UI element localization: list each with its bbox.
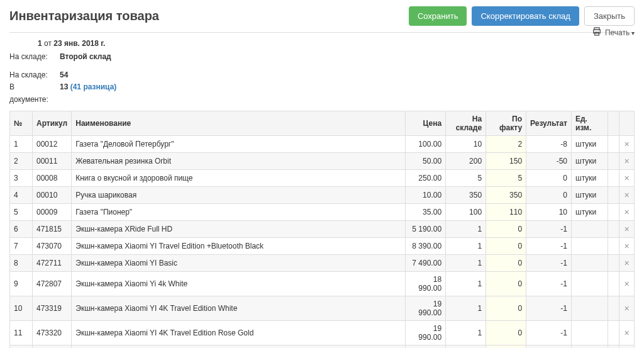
table-row[interactable]: 12472929Экшн-камера Xiaomi Yi 4k Rose Go… bbox=[10, 345, 635, 348]
doc-count: 13 bbox=[60, 82, 68, 91]
fact-cell[interactable]: 150 bbox=[486, 152, 526, 169]
table-row[interactable]: 7473070Экшн-камера Xiaomi YI Travel Edit… bbox=[10, 237, 635, 254]
delete-row-icon[interactable]: × bbox=[619, 203, 635, 220]
fact-cell[interactable]: 5 bbox=[486, 169, 526, 186]
fact-cell[interactable]: 0 bbox=[486, 220, 526, 237]
table-row[interactable]: 10473319Экшн-камера Xiaomi YI 4K Travel … bbox=[10, 296, 635, 320]
table-row[interactable]: 11473320Экшн-камера Xiaomi YI 4K Travel … bbox=[10, 320, 635, 345]
stock-count: 54 bbox=[60, 69, 68, 81]
delete-row-icon[interactable]: × bbox=[619, 152, 635, 169]
fact-cell[interactable]: 110 bbox=[486, 203, 526, 220]
table-row[interactable]: 100012Газета "Деловой Петербург"100.0010… bbox=[10, 135, 635, 152]
delete-row-icon[interactable]: × bbox=[619, 237, 635, 254]
fact-cell[interactable]: 0 bbox=[486, 271, 526, 296]
col-stock[interactable]: На складе bbox=[446, 111, 486, 135]
table-row[interactable]: 400010Ручка шариковая10.003503500штуки× bbox=[10, 186, 635, 203]
inventory-table: № Артикул Наименование Цена На складе По… bbox=[9, 111, 635, 348]
delete-row-icon[interactable]: × bbox=[619, 254, 635, 271]
delete-row-icon[interactable]: × bbox=[619, 186, 635, 203]
difference-link[interactable]: (41 разница) bbox=[70, 82, 117, 91]
fact-cell[interactable]: 0 bbox=[486, 296, 526, 320]
col-fact[interactable]: По факту bbox=[486, 111, 526, 135]
table-row[interactable]: 9472807Экшн-камера Xiaomi Yi 4k White18 … bbox=[10, 271, 635, 296]
fact-cell[interactable]: 350 bbox=[486, 186, 526, 203]
fact-cell[interactable]: 0 bbox=[486, 254, 526, 271]
delete-row-icon[interactable]: × bbox=[619, 296, 635, 320]
col-result[interactable]: Результат bbox=[526, 111, 572, 135]
delete-row-icon[interactable]: × bbox=[619, 320, 635, 345]
table-row[interactable]: 200011Жевательная резинка Orbit50.002001… bbox=[10, 152, 635, 169]
delete-row-icon[interactable]: × bbox=[619, 169, 635, 186]
fact-cell[interactable]: 0 bbox=[486, 345, 526, 348]
delete-row-icon[interactable]: × bbox=[619, 345, 635, 348]
col-name[interactable]: Наименование bbox=[72, 111, 406, 135]
fact-cell[interactable]: 0 bbox=[486, 320, 526, 345]
table-row[interactable]: 8472711Экшн-камера Xiaomi YI Basic7 490.… bbox=[10, 254, 635, 271]
table-row[interactable]: 6471815Экшн-камера XRide Full HD5 190.00… bbox=[10, 220, 635, 237]
print-button[interactable]: Печать bbox=[9, 26, 635, 38]
doc-date: 23 янв. 2018 г. bbox=[53, 39, 105, 48]
col-unit[interactable]: Ед. изм. bbox=[572, 111, 608, 135]
page-title: Инвентаризация товара bbox=[9, 9, 159, 23]
col-art[interactable]: Артикул bbox=[33, 111, 72, 135]
delete-row-icon[interactable]: × bbox=[619, 220, 635, 237]
doc-number: 1 bbox=[38, 39, 42, 48]
delete-row-icon[interactable]: × bbox=[619, 271, 635, 296]
delete-row-icon[interactable]: × bbox=[619, 135, 635, 152]
fact-cell[interactable]: 0 bbox=[486, 237, 526, 254]
adjust-stock-button[interactable]: Скорректировать склад bbox=[472, 6, 579, 26]
table-row[interactable]: 500009Газета "Пионер"35.0010011010штуки× bbox=[10, 203, 635, 220]
close-button[interactable]: Закрыть bbox=[584, 6, 635, 26]
table-row[interactable]: 300008Книга о вкусной и здоровой пище250… bbox=[10, 169, 635, 186]
col-price[interactable]: Цена bbox=[406, 111, 446, 135]
printer-icon bbox=[592, 26, 602, 38]
col-no[interactable]: № bbox=[10, 111, 33, 135]
fact-cell[interactable]: 2 bbox=[486, 135, 526, 152]
warehouse-name: Второй склад bbox=[60, 51, 111, 63]
save-button[interactable]: Сохранить bbox=[409, 6, 467, 26]
